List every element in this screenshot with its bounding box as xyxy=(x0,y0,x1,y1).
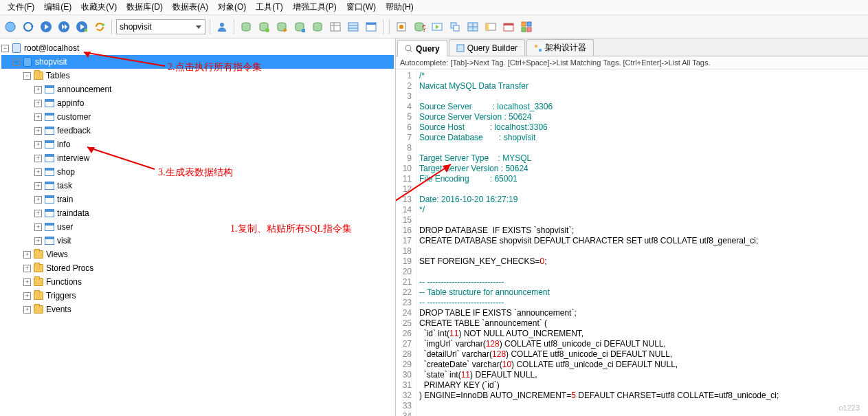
code-line-3[interactable] xyxy=(419,91,865,102)
code-line-23[interactable]: -- ---------------------------- xyxy=(419,298,865,308)
expand-icon[interactable]: + xyxy=(34,113,42,121)
tab-query[interactable]: Query xyxy=(397,40,447,56)
database-combo[interactable]: shopvisit xyxy=(116,19,205,34)
code-line-5[interactable]: Source Server Version : 50624 xyxy=(419,112,865,122)
menu-help[interactable]: 帮助(H) xyxy=(381,0,419,14)
code-line-31[interactable]: PRIMARY KEY (`id`) xyxy=(419,380,865,391)
db-tool2-icon[interactable] xyxy=(274,19,289,34)
menu-database[interactable]: 数据库(D) xyxy=(122,0,168,14)
menu-enhance[interactable]: 增强工具(P) xyxy=(288,0,342,14)
db-cylinder-icon[interactable] xyxy=(238,19,254,34)
tree-server[interactable]: −root@localhost xyxy=(1,41,394,55)
db-tool4-icon[interactable] xyxy=(310,19,325,34)
code-area[interactable]: /*Navicat MySQL Data TransferSource Serv… xyxy=(416,69,868,416)
tab-query-builder[interactable]: Query Builder xyxy=(449,39,525,56)
tree-database[interactable]: −shopvisit xyxy=(1,55,394,69)
grid-icon[interactable] xyxy=(346,19,361,34)
form-icon[interactable] xyxy=(364,19,379,34)
code-line-15[interactable] xyxy=(419,215,865,226)
tool-a-icon[interactable] xyxy=(394,19,409,34)
code-line-2[interactable]: Navicat MySQL Data Transfer xyxy=(419,81,865,91)
menu-window[interactable]: 窗口(W) xyxy=(342,0,381,14)
code-line-17[interactable]: CREATE DATABASE shopvisit DEFAULT CHARAC… xyxy=(419,236,865,246)
collapse-icon[interactable]: − xyxy=(23,72,31,80)
code-line-32[interactable]: ) ENGINE=InnoDB AUTO_INCREMENT=5 DEFAULT… xyxy=(419,391,865,401)
expand-icon[interactable]: + xyxy=(34,182,42,190)
expand-icon[interactable]: + xyxy=(34,86,42,94)
new-connection-icon[interactable] xyxy=(3,19,18,34)
menu-favorites[interactable]: 收藏夹(V) xyxy=(76,0,122,14)
code-line-25[interactable]: CREATE TABLE `announcement` ( xyxy=(419,318,865,329)
code-line-19[interactable]: SET FOREIGN_KEY_CHECKS=0; xyxy=(419,256,865,267)
expand-icon[interactable]: + xyxy=(34,141,42,149)
tree-table-user[interactable]: +user xyxy=(1,220,394,234)
code-line-34[interactable]: -- ---------------------------- xyxy=(419,411,865,416)
table-view-icon[interactable] xyxy=(328,19,343,34)
code-line-11[interactable]: File Encoding : 65001 xyxy=(419,174,865,184)
code-line-27[interactable]: `imgUrl` varchar(128) COLLATE utf8_unico… xyxy=(419,339,865,349)
menu-tools[interactable]: 工具(T) xyxy=(251,0,287,14)
code-line-7[interactable]: Source Database : shopvisit xyxy=(419,133,865,143)
code-line-4[interactable]: Source Server : localhost_3306 xyxy=(419,102,865,112)
sql-editor[interactable]: 1234567891011121314151617181920212223242… xyxy=(396,69,868,416)
code-line-18[interactable] xyxy=(419,246,865,256)
tree-table-shop[interactable]: +shop xyxy=(1,165,394,179)
db-tool1-icon[interactable] xyxy=(256,19,271,34)
tree-folder-triggers[interactable]: +Triggers xyxy=(1,289,394,303)
code-line-9[interactable]: Target Server Type : MYSQL xyxy=(419,153,865,164)
tool-f-icon[interactable] xyxy=(483,19,498,34)
refresh-icon[interactable] xyxy=(21,19,36,34)
user-icon[interactable] xyxy=(214,19,230,34)
code-line-14[interactable]: */ xyxy=(419,205,865,215)
tool-b-icon[interactable]: ? xyxy=(412,19,427,34)
expand-icon[interactable]: + xyxy=(23,292,31,300)
code-line-26[interactable]: `id` int(11) NOT NULL AUTO_INCREMENT, xyxy=(419,329,865,339)
tree-table-feedback[interactable]: +feedback xyxy=(1,124,394,138)
menu-edit[interactable]: 编辑(E) xyxy=(39,0,76,14)
tree-folder-functions[interactable]: +Functions xyxy=(1,275,394,289)
code-line-22[interactable]: -- Table structure for announcement xyxy=(419,287,865,298)
tab-schema-designer[interactable]: 架构设计器 xyxy=(526,39,594,56)
code-line-30[interactable]: `state` int(11) DEFAULT NULL, xyxy=(419,370,865,380)
code-line-24[interactable]: DROP TABLE IF EXISTS `announcement`; xyxy=(419,308,865,318)
tool-e-icon[interactable] xyxy=(465,19,480,34)
expand-icon[interactable]: + xyxy=(23,278,31,286)
tree-table-visit[interactable]: +visit xyxy=(1,234,394,248)
execute-all-icon[interactable] xyxy=(56,19,71,34)
code-line-12[interactable] xyxy=(419,184,865,195)
tool-d-icon[interactable] xyxy=(447,19,463,34)
expand-icon[interactable]: + xyxy=(34,100,42,107)
grid2-icon[interactable] xyxy=(519,19,534,34)
sync-icon[interactable] xyxy=(92,19,107,34)
object-tree[interactable]: −root@localhost−shopvisit−Tables+announc… xyxy=(0,39,395,319)
code-line-20[interactable] xyxy=(419,267,865,277)
expand-icon[interactable]: + xyxy=(23,265,31,272)
code-line-33[interactable] xyxy=(419,401,865,411)
tree-table-interview[interactable]: +interview xyxy=(1,151,394,165)
code-line-13[interactable]: Date: 2016-10-20 16:27:19 xyxy=(419,195,865,205)
db-tool3-icon[interactable] xyxy=(292,19,307,34)
expand-icon[interactable]: + xyxy=(34,127,42,135)
calendar-icon[interactable] xyxy=(501,19,516,34)
tree-table-announcement[interactable]: +announcement xyxy=(1,83,394,96)
expand-icon[interactable]: + xyxy=(23,306,31,314)
collapse-icon[interactable]: − xyxy=(12,58,20,66)
expand-icon[interactable]: + xyxy=(34,210,42,217)
menu-object[interactable]: 对象(O) xyxy=(213,0,251,14)
tree-table-appinfo[interactable]: +appinfo xyxy=(1,96,394,110)
code-line-16[interactable]: DROP DATABASE IF EXISTS `shopvisit`; xyxy=(419,226,865,236)
code-line-28[interactable]: `detailUrl` varchar(128) COLLATE utf8_un… xyxy=(419,349,865,360)
expand-icon[interactable]: + xyxy=(34,168,42,176)
tree-table-traindata[interactable]: +traindata xyxy=(1,206,394,220)
code-line-21[interactable]: -- ---------------------------- xyxy=(419,277,865,287)
code-line-8[interactable] xyxy=(419,143,865,153)
tree-folder-views[interactable]: +Views xyxy=(1,248,394,261)
expand-icon[interactable]: + xyxy=(34,155,42,162)
tree-table-task[interactable]: +task xyxy=(1,179,394,193)
code-line-6[interactable]: Source Host : localhost:3306 xyxy=(419,122,865,133)
tree-table-customer[interactable]: +customer xyxy=(1,110,394,124)
collapse-icon[interactable]: − xyxy=(1,45,9,52)
execute-script-icon[interactable] xyxy=(74,19,89,34)
menu-table[interactable]: 数据表(A) xyxy=(168,0,213,14)
tree-folder-events[interactable]: +Events xyxy=(1,303,394,316)
